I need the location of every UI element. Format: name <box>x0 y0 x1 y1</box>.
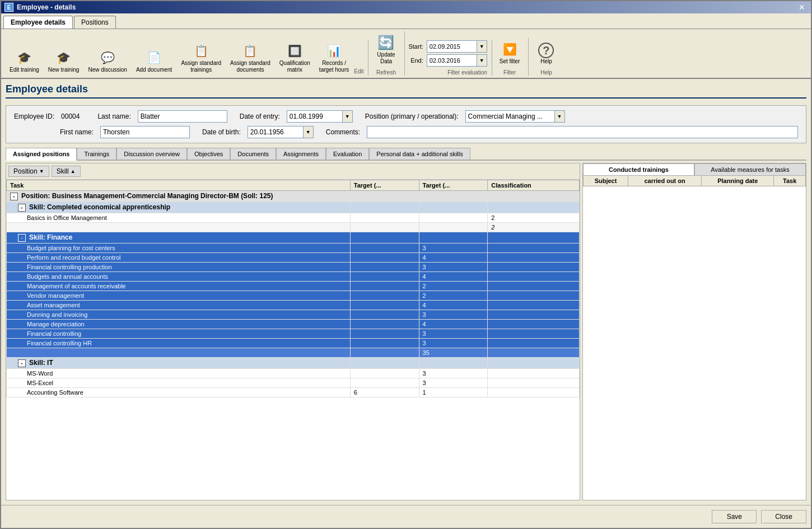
comments-label: Comments: <box>326 128 360 136</box>
first-name-input[interactable] <box>100 126 190 138</box>
update-data-button[interactable]: 🔄 UpdateData <box>372 31 400 67</box>
help-button[interactable]: ? Help <box>532 40 560 67</box>
table-row[interactable]: - Skill: Finance <box>7 232 580 244</box>
end-date-dropdown-button[interactable]: ▼ <box>477 54 487 67</box>
tab-personal-data[interactable]: Personal data + additional skills <box>369 148 470 160</box>
c-cell <box>488 291 580 301</box>
position-dropdown-btn[interactable]: ▼ <box>555 110 565 123</box>
start-date-input[interactable] <box>427 40 477 53</box>
save-button[interactable]: Save <box>712 510 757 523</box>
qualification-matrix-button[interactable]: 🔲 Qualificationmatrix <box>276 40 314 76</box>
date-of-entry-field[interactable]: ▼ <box>287 110 353 123</box>
assign-standard-trainings-button[interactable]: 📋 Assign standardtrainings <box>177 40 225 76</box>
tab-employee-details[interactable]: Employee details <box>3 16 73 29</box>
table-row[interactable]: Budgets and annual accounts 4 <box>7 272 580 282</box>
first-name-label: First name: <box>60 128 94 136</box>
start-date-dropdown-button[interactable]: ▼ <box>477 40 487 53</box>
c-cell <box>488 310 580 320</box>
t2-cell: 3 <box>419 378 488 388</box>
toolbar-set-filter-group: 🔽 Set filter Filter <box>496 38 529 76</box>
footer: Save Close <box>1 505 811 528</box>
update-data-icon: 🔄 <box>377 34 395 52</box>
table-row[interactable]: Financial controlling 3 <box>7 329 580 339</box>
set-filter-button[interactable]: 🔽 Set filter <box>496 38 524 67</box>
tab-objectives[interactable]: Objectives <box>187 148 230 160</box>
edit-training-icon: 🎓 <box>15 49 33 67</box>
table-row[interactable]: Basics in Office Management 2 <box>7 213 580 223</box>
table-row[interactable]: - Position: Business Management-Commerci… <box>7 191 580 202</box>
refresh-label: Refresh <box>376 69 396 76</box>
col-task: Task <box>774 176 806 186</box>
c-cell <box>488 358 580 369</box>
table-row[interactable]: Financial controlling HR 3 <box>7 339 580 348</box>
right-panel-content[interactable]: Subject carried out on Planning date Tas… <box>583 175 806 500</box>
date-of-birth-input[interactable] <box>248 126 304 138</box>
add-document-button[interactable]: 📄 Add document <box>132 46 176 76</box>
c-cell <box>488 263 580 272</box>
position-field[interactable]: ▼ <box>465 110 565 123</box>
skill-finance-collapse-icon[interactable]: - <box>18 234 26 242</box>
tab-discussion-overview[interactable]: Discussion overview <box>116 148 187 160</box>
table-row[interactable]: Manage depreciation 4 <box>7 320 580 329</box>
table-row[interactable]: - Skill: IT <box>7 358 580 369</box>
assign-standard-documents-button[interactable]: 📋 Assign standarddocuments <box>226 40 274 76</box>
end-date-field[interactable]: ▼ <box>427 54 487 67</box>
qualification-matrix-icon: 🔲 <box>286 42 304 60</box>
new-training-button[interactable]: 🎓 New training <box>44 46 83 76</box>
tab-documents[interactable]: Documents <box>230 148 276 160</box>
table-row[interactable]: Dunning and invoicing 3 <box>7 310 580 320</box>
tab-assigned-positions[interactable]: Assigned positions <box>6 148 77 161</box>
date-of-birth-dropdown-btn[interactable]: ▼ <box>304 126 314 138</box>
table-row[interactable]: - Skill: Completed economical apprentice… <box>7 202 580 213</box>
table-row[interactable]: Financial controlling production 3 <box>7 263 580 272</box>
t2-cell: 3 <box>419 339 488 348</box>
c-cell <box>488 282 580 291</box>
help-label: Help <box>540 58 552 65</box>
toolbar-edit-group: 🎓 Edit training 🎓 New training 💬 New dis… <box>6 40 368 76</box>
skill-button[interactable]: Skill ▲ <box>52 166 81 177</box>
skill-it-collapse-icon[interactable]: - <box>18 359 26 367</box>
task-cell: Asset management <box>7 301 351 310</box>
section-tabs: Assigned positions Trainings Discussion … <box>6 148 806 161</box>
assign-standard-trainings-label: Assign standardtrainings <box>181 60 221 73</box>
position-input[interactable] <box>465 110 555 123</box>
tab-conducted-trainings[interactable]: Conducted trainings <box>583 163 694 175</box>
records-target-hours-button[interactable]: 📊 Records /target hours <box>315 40 353 76</box>
table-row[interactable]: MS-Excel 3 <box>7 378 580 388</box>
close-button[interactable]: ✕ <box>796 3 808 12</box>
start-date-field[interactable]: ▼ <box>427 40 487 53</box>
comments-input[interactable] <box>367 126 798 138</box>
t1-cell <box>350 329 419 339</box>
edit-training-button[interactable]: 🎓 Edit training <box>6 46 43 76</box>
date-of-entry-dropdown-btn[interactable]: ▼ <box>343 110 353 123</box>
tab-trainings[interactable]: Trainings <box>77 148 116 160</box>
end-date-input[interactable] <box>427 54 477 67</box>
col-subject: Subject <box>584 176 628 186</box>
tab-assignments[interactable]: Assignments <box>276 148 326 160</box>
filter-label: Filter <box>503 69 516 76</box>
main-table[interactable]: Task Target (... Target (... Classificat… <box>6 180 580 500</box>
table-row[interactable]: Accounting Software 6 1 <box>7 388 580 397</box>
last-name-input[interactable] <box>138 110 227 123</box>
collapse-icon[interactable]: - <box>10 193 18 200</box>
t2-cell: 1 <box>419 388 488 397</box>
col-target2: Target (... <box>419 180 488 191</box>
date-of-birth-field[interactable]: ▼ <box>248 126 314 138</box>
table-row[interactable]: Asset management 4 <box>7 301 580 310</box>
position-button[interactable]: Position ▼ <box>8 166 49 177</box>
table-row[interactable]: MS-Word 3 <box>7 369 580 378</box>
tab-available-measures[interactable]: Available measures for tasks <box>694 163 806 175</box>
table-row[interactable]: Budget planning for cost centers 3 <box>7 244 580 253</box>
col-task: Task <box>7 180 351 191</box>
tab-positions[interactable]: Positions <box>74 16 116 29</box>
table-row[interactable]: Vendor management 2 <box>7 291 580 301</box>
date-of-entry-input[interactable] <box>287 110 343 123</box>
skill-collapse-icon[interactable]: - <box>18 204 26 212</box>
table-row[interactable]: Management of accounts receivable 2 <box>7 282 580 291</box>
table-row[interactable]: Perform and record budget control 4 <box>7 253 580 263</box>
t2-cell: 4 <box>419 301 488 310</box>
close-button-footer[interactable]: Close <box>761 510 806 523</box>
t2-cell: 3 <box>419 310 488 320</box>
tab-evaluation[interactable]: Evaluation <box>326 148 369 160</box>
new-discussion-button[interactable]: 💬 New discussion <box>84 46 130 76</box>
